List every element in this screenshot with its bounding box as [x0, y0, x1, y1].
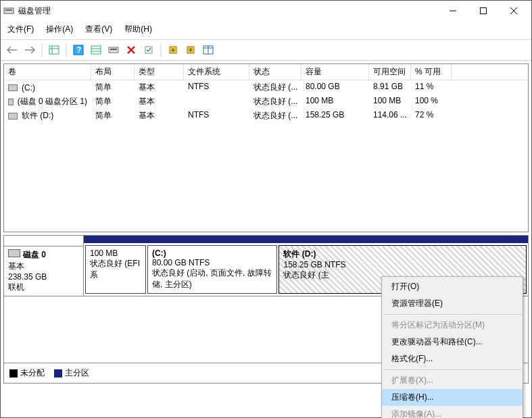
window-title: 磁盘管理 — [18, 5, 437, 17]
ctx-extend: 扩展卷(X)... — [382, 372, 523, 389]
volume-fs — [184, 95, 249, 108]
ctx-change-letter[interactable]: 更改驱动器号和路径(C)... — [382, 334, 523, 350]
maximize-button[interactable] — [468, 1, 498, 20]
volume-pct: 11 % — [411, 81, 452, 94]
part-size: 100 MB — [90, 249, 141, 258]
table-icon[interactable] — [201, 43, 216, 57]
ctx-mark-active: 将分区标记为活动分区(M) — [382, 317, 523, 334]
disk-icon — [8, 249, 20, 257]
svg-rect-1 — [5, 9, 12, 11]
volume-status: 状态良好 (... — [249, 81, 301, 94]
disk-label: 磁盘 0 — [23, 250, 46, 259]
titlebar: 磁盘管理 — [1, 1, 531, 21]
volume-name: (C:) — [22, 83, 35, 93]
volume-layout: 简单 — [91, 81, 135, 94]
volume-fs: NTFS — [184, 81, 249, 94]
svg-rect-17 — [110, 49, 117, 50]
down-icon[interactable] — [183, 43, 198, 57]
menu-view[interactable]: 查看(V) — [84, 22, 114, 36]
volume-status: 状态良好 (... — [249, 109, 301, 122]
volume-status: 状态良好 (... — [249, 95, 301, 108]
forward-button[interactable] — [22, 43, 37, 57]
ctx-shrink[interactable]: 压缩卷(H)... — [382, 389, 523, 406]
disk-management-window: 磁盘管理 文件(F) 操作(A) 查看(V) 帮助(H) ? 卷 布局 类型 — [0, 0, 532, 418]
disk-kind: 基本 — [8, 261, 79, 272]
ctx-format[interactable]: 格式化(F)... — [382, 350, 523, 367]
legend-unalloc: 未分配 — [20, 368, 45, 377]
disk-size: 238.35 GB — [8, 272, 79, 282]
delete-icon[interactable] — [124, 43, 139, 57]
context-menu: 打开(O) 资源管理器(E) 将分区标记为活动分区(M) 更改驱动器号和路径(C… — [381, 276, 523, 418]
volume-icon — [8, 84, 18, 91]
partition-c[interactable]: (C:) 80.00 GB NTFS 状态良好 (启动, 页面文件, 故障转储,… — [147, 245, 277, 294]
volume-fs: NTFS — [184, 109, 249, 122]
legend-primary: 主分区 — [65, 368, 89, 377]
properties-icon[interactable] — [141, 43, 156, 57]
col-fs[interactable]: 文件系统 — [184, 64, 249, 80]
toolbar: ? — [1, 40, 531, 61]
part-size: 80.00 GB NTFS — [152, 258, 272, 267]
volume-free: 8.91 GB — [369, 81, 411, 94]
svg-rect-7 — [49, 46, 59, 54]
menubar: 文件(F) 操作(A) 查看(V) 帮助(H) — [1, 21, 531, 40]
col-volume[interactable]: 卷 — [4, 64, 91, 80]
legend-primary-swatch — [54, 369, 62, 377]
back-button[interactable] — [5, 43, 20, 57]
volume-free: 100 MB — [369, 95, 411, 108]
volume-row[interactable]: (磁盘 0 磁盘分区 1)简单基本状态良好 (...100 MB100 MB10… — [4, 95, 528, 109]
part-status: 状态良好 (启动, 页面文件, 故障转储, 主分区) — [152, 267, 272, 290]
volume-type: 基本 — [135, 95, 184, 108]
menu-file[interactable]: 文件(F) — [6, 22, 35, 36]
menu-help[interactable]: 帮助(H) — [123, 22, 153, 36]
part-status: 状态良好 (EFI 系 — [90, 258, 141, 281]
volume-list: 卷 布局 类型 文件系统 状态 容量 可用空间 % 可用 (C:)简单基本NTF… — [3, 63, 529, 232]
disk-state: 联机 — [8, 282, 79, 293]
volume-layout: 简单 — [91, 109, 135, 122]
volume-name: 软件 (D:) — [22, 110, 53, 122]
ctx-mirror: 添加镜像(A)... — [382, 406, 523, 418]
volume-pct: 100 % — [411, 95, 452, 108]
partition-efi[interactable]: 100 MB 状态良好 (EFI 系 — [85, 245, 146, 294]
legend-unalloc-swatch — [9, 369, 18, 377]
disk-info[interactable]: 磁盘 0 基本 238.35 GB 联机 — [4, 246, 83, 296]
part-title: 软件 (D:) — [283, 249, 522, 260]
volume-capacity: 80.00 GB — [301, 81, 369, 94]
col-status[interactable]: 状态 — [249, 64, 301, 80]
volume-row[interactable]: (C:)简单基本NTFS状态良好 (...80.00 GB8.91 GB11 % — [4, 80, 528, 95]
col-type[interactable]: 类型 — [135, 64, 184, 80]
volume-capacity: 158.25 GB — [301, 109, 369, 122]
svg-rect-13 — [91, 46, 101, 54]
settings-icon[interactable] — [106, 43, 121, 57]
ctx-open[interactable]: 打开(O) — [382, 278, 523, 295]
volume-layout: 简单 — [91, 95, 135, 108]
menu-action[interactable]: 操作(A) — [45, 22, 74, 36]
col-pct[interactable]: % 可用 — [411, 64, 452, 80]
minimize-button[interactable] — [437, 1, 468, 20]
up-icon[interactable] — [166, 43, 180, 57]
col-capacity[interactable]: 容量 — [301, 64, 369, 80]
part-title: (C:) — [152, 249, 272, 258]
volume-capacity: 100 MB — [301, 95, 369, 108]
volume-free: 114.06 ... — [369, 109, 411, 122]
svg-text:?: ? — [76, 45, 81, 55]
ctx-explorer[interactable]: 资源管理器(E) — [382, 295, 523, 312]
volume-type: 基本 — [135, 81, 184, 94]
view-list-icon[interactable] — [47, 43, 62, 57]
part-size: 158.25 GB NTFS — [283, 260, 522, 269]
volume-type: 基本 — [135, 109, 184, 122]
col-free[interactable]: 可用空间 — [369, 64, 411, 80]
volume-icon — [8, 113, 18, 120]
volume-pct: 72 % — [411, 109, 452, 122]
app-icon — [3, 5, 14, 16]
view-detail-icon[interactable] — [89, 43, 103, 57]
volume-icon — [8, 99, 14, 105]
volume-row[interactable]: 软件 (D:)简单基本NTFS状态良好 (...158.25 GB114.06 … — [4, 109, 528, 123]
volume-name: (磁盘 0 磁盘分区 1) — [18, 96, 87, 107]
column-headers: 卷 布局 类型 文件系统 状态 容量 可用空间 % 可用 — [4, 64, 528, 80]
close-button[interactable] — [498, 1, 529, 20]
svg-rect-3 — [480, 8, 486, 14]
help-icon[interactable]: ? — [71, 43, 86, 57]
col-layout[interactable]: 布局 — [91, 64, 135, 80]
